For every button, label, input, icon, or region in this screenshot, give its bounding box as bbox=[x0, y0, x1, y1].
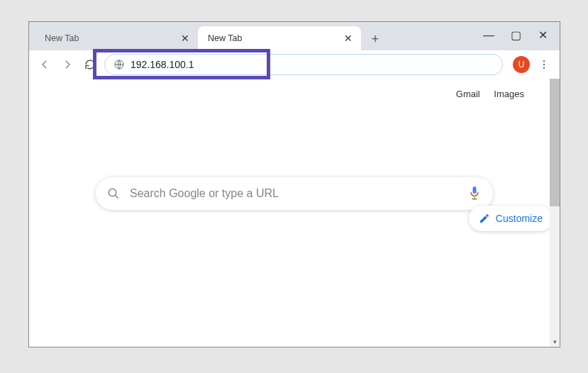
address-input[interactable] bbox=[131, 59, 494, 70]
close-window-icon[interactable]: ✕ bbox=[536, 28, 550, 42]
tab-1[interactable]: New Tab ✕ bbox=[198, 26, 361, 50]
profile-avatar[interactable]: U bbox=[513, 56, 530, 73]
search-box[interactable]: Search Google or type a URL Customize bbox=[96, 177, 493, 210]
new-tab-button[interactable]: + bbox=[365, 29, 385, 49]
arrow-right-icon bbox=[61, 58, 74, 71]
svg-point-4 bbox=[109, 189, 116, 196]
minimize-icon[interactable]: — bbox=[482, 29, 496, 42]
tab-0[interactable]: New Tab ✕ bbox=[35, 26, 198, 50]
pencil-icon bbox=[479, 213, 490, 224]
window-controls: — ▢ ✕ bbox=[482, 28, 554, 50]
close-icon[interactable]: ✕ bbox=[179, 33, 191, 44]
back-button[interactable] bbox=[36, 56, 53, 73]
reload-icon bbox=[84, 58, 96, 71]
toolbar: U bbox=[29, 50, 560, 79]
forward-button[interactable] bbox=[59, 56, 76, 73]
customize-button[interactable]: Customize bbox=[469, 206, 553, 231]
plus-icon: + bbox=[372, 32, 379, 47]
gmail-link[interactable]: Gmail bbox=[456, 89, 480, 99]
maximize-icon[interactable]: ▢ bbox=[509, 28, 523, 42]
tab-label: New Tab bbox=[208, 33, 242, 43]
mic-icon[interactable] bbox=[467, 185, 482, 202]
globe-icon bbox=[113, 59, 125, 70]
search-placeholder: Search Google or type a URL bbox=[130, 187, 457, 200]
top-links: Gmail Images bbox=[29, 79, 560, 99]
tab-label: New Tab bbox=[45, 33, 79, 43]
titlebar: New Tab ✕ New Tab ✕ + — ▢ ✕ bbox=[29, 22, 560, 50]
spacer bbox=[29, 99, 560, 177]
svg-line-5 bbox=[115, 195, 118, 199]
search-wrap: Search Google or type a URL Customize bbox=[29, 177, 560, 210]
svg-point-1 bbox=[543, 60, 545, 62]
tabstrip: New Tab ✕ New Tab ✕ + bbox=[29, 22, 385, 50]
svg-rect-6 bbox=[473, 186, 477, 194]
scrollbar[interactable]: ▾ bbox=[550, 79, 560, 347]
new-tab-page: Gmail Images Search Google or type a URL bbox=[29, 79, 560, 347]
browser-window: New Tab ✕ New Tab ✕ + — ▢ ✕ bbox=[28, 21, 560, 347]
viewport: Gmail Images Search Google or type a URL bbox=[29, 79, 560, 347]
customize-label: Customize bbox=[496, 213, 543, 224]
menu-button[interactable] bbox=[536, 56, 553, 73]
svg-point-3 bbox=[543, 67, 545, 68]
reload-button[interactable] bbox=[82, 56, 99, 73]
images-link[interactable]: Images bbox=[494, 89, 524, 99]
close-icon[interactable]: ✕ bbox=[343, 33, 354, 44]
scroll-down-icon[interactable]: ▾ bbox=[550, 337, 560, 347]
svg-point-2 bbox=[543, 64, 545, 65]
address-bar[interactable] bbox=[104, 54, 503, 75]
dots-vertical-icon bbox=[538, 59, 550, 70]
arrow-left-icon bbox=[38, 58, 51, 71]
avatar-letter: U bbox=[518, 60, 525, 69]
scroll-thumb[interactable] bbox=[550, 79, 560, 206]
search-icon bbox=[107, 187, 120, 200]
